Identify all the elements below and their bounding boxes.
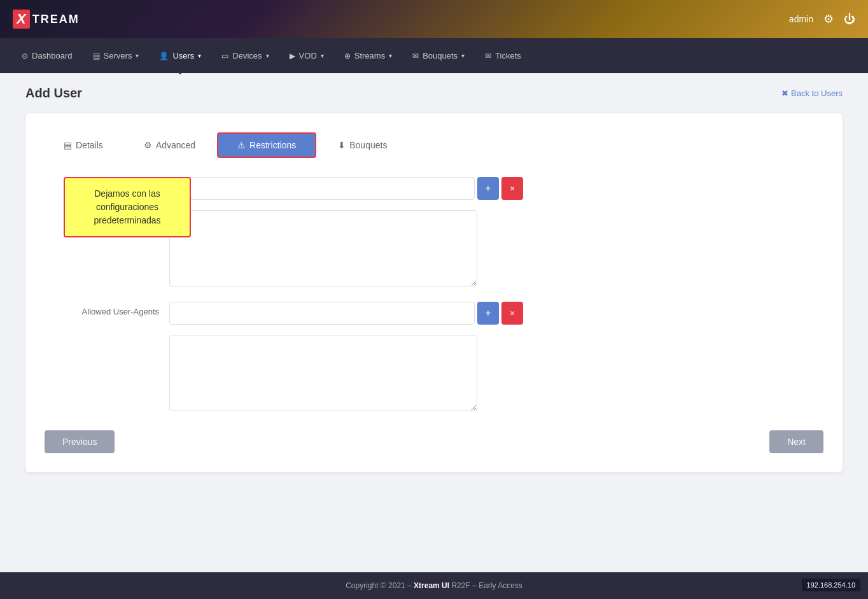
allowed-ua-input-row: Allowed User-Agents + × — [45, 302, 823, 325]
vod-icon: ▶ — [290, 52, 295, 60]
allowed-ip-input[interactable] — [169, 177, 475, 200]
nav-devices-label: Devices — [232, 51, 262, 60]
details-tab-icon: ▤ — [64, 140, 72, 150]
bouquets-tab-label: Bouquets — [349, 140, 387, 150]
nav-streams-label: Streams — [354, 51, 385, 60]
header: X TREAM admin ⚙ ⏻ — [0, 0, 868, 38]
admin-username: admin — [789, 14, 813, 24]
previous-button[interactable]: Previous — [45, 430, 115, 453]
allowed-ip-input-group: + × — [169, 177, 823, 200]
nav-bouquets[interactable]: ✉ Bouquets ▾ — [403, 46, 473, 66]
nav-tickets-label: Tickets — [495, 51, 521, 60]
servers-icon: ▤ — [93, 52, 100, 60]
advanced-tab-label: Advanced — [156, 140, 195, 150]
allowed-ua-spacer — [45, 335, 159, 340]
logo: X TREAM — [13, 10, 80, 29]
navbar: ⊙ Dashboard ▤ Servers ▾ 👤 Users ▾ ▭ Devi… — [0, 38, 868, 73]
logo-text: TREAM — [32, 13, 80, 26]
form-footer: Previous Next — [45, 430, 823, 453]
users-icon: 👤 — [159, 52, 169, 60]
page-header: Add User ✖ Back to Users — [25, 86, 843, 101]
nav-dashboard[interactable]: ⊙ Dashboard — [13, 46, 81, 66]
annotation-box: Dejamos con las configuraciones predeter… — [64, 177, 191, 237]
allowed-ua-input-group: + × — [169, 302, 823, 325]
restrictions-tab-label: Restrictions — [249, 140, 296, 150]
ip-badge: 192.168.254.10 — [802, 579, 860, 591]
tickets-icon: ✉ — [485, 52, 491, 60]
servers-arrow-icon: ▾ — [136, 52, 139, 59]
next-button[interactable]: Next — [769, 430, 823, 453]
tab-restrictions[interactable]: ⚠ Restrictions — [217, 132, 316, 158]
allowed-ip-textarea[interactable] — [169, 210, 477, 286]
advanced-tab-icon: ⚙ — [144, 140, 152, 150]
footer-version: R22F – Early Access — [451, 581, 522, 590]
form-content: Dejamos con las configuraciones predeter… — [45, 177, 823, 453]
back-icon: ✖ — [781, 88, 788, 98]
allowed-ua-add-button[interactable]: + — [477, 302, 499, 325]
nav-vod-label: VOD — [299, 51, 317, 60]
page-footer: Copyright © 2021 – Xtream UI R22F – Earl… — [0, 572, 868, 599]
nav-users-label: Users — [172, 51, 194, 60]
footer-brand: Xtream UI — [414, 581, 449, 590]
allowed-ua-textarea-row — [45, 335, 823, 411]
back-to-users-link[interactable]: ✖ Back to Users — [781, 88, 843, 98]
nav-vod[interactable]: ▶ VOD ▾ — [281, 46, 333, 66]
tabs-container: ▤ Details ⚙ Advanced ⚠ Restrictions ⬇ Bo… — [45, 132, 823, 158]
bouquets-arrow-icon: ▾ — [461, 52, 465, 59]
bouquets-icon: ✉ — [412, 52, 419, 60]
bouquets-tab-icon: ⬇ — [338, 140, 346, 150]
details-tab-label: Details — [76, 140, 103, 150]
nav-users[interactable]: 👤 Users ▾ — [150, 46, 210, 66]
footer-copyright: Copyright © 2021 – — [346, 581, 414, 590]
allowed-ua-label: Allowed User-Agents — [45, 302, 159, 316]
restrictions-tab-icon: ⚠ — [237, 140, 246, 150]
dashboard-icon: ⊙ — [22, 52, 28, 60]
nav-servers[interactable]: ▤ Servers ▾ — [84, 46, 148, 66]
tab-advanced[interactable]: ⚙ Advanced — [125, 132, 214, 158]
main-content: Add User ✖ Back to Users ▤ Details ⚙ Adv… — [0, 73, 868, 572]
tab-details[interactable]: ▤ Details — [45, 132, 122, 158]
header-right: admin ⚙ ⏻ — [789, 12, 855, 26]
allowed-ua-textarea[interactable] — [169, 335, 477, 411]
nav-dashboard-label: Dashboard — [32, 51, 73, 60]
page-title: Add User — [25, 86, 82, 101]
streams-arrow-icon: ▾ — [389, 52, 392, 59]
nav-tickets[interactable]: ✉ Tickets — [476, 46, 530, 66]
devices-arrow-icon: ▾ — [266, 52, 269, 59]
allowed-ip-add-button[interactable]: + — [477, 177, 499, 200]
logo-x-icon: X — [13, 10, 30, 29]
settings-icon[interactable]: ⚙ — [823, 12, 834, 26]
allowed-ua-remove-button[interactable]: × — [501, 302, 523, 325]
vod-arrow-icon: ▾ — [321, 52, 324, 59]
power-icon[interactable]: ⏻ — [844, 13, 855, 26]
devices-icon: ▭ — [221, 52, 228, 60]
nav-devices[interactable]: ▭ Devices ▾ — [213, 46, 277, 66]
form-card: ▤ Details ⚙ Advanced ⚠ Restrictions ⬇ Bo… — [25, 113, 843, 472]
nav-streams[interactable]: ⊕ Streams ▾ — [335, 46, 401, 66]
allowed-ip-remove-button[interactable]: × — [501, 177, 523, 200]
tab-bouquets[interactable]: ⬇ Bouquets — [319, 132, 406, 158]
nav-servers-label: Servers — [104, 51, 132, 60]
back-label: Back to Users — [791, 88, 843, 98]
streams-icon: ⊕ — [344, 52, 351, 60]
allowed-ua-input[interactable] — [169, 302, 475, 325]
annotation-text: Dejamos con las configuraciones predeter… — [94, 188, 160, 225]
allowed-ua-group: Allowed User-Agents + × — [45, 302, 823, 411]
users-arrow-icon: ▾ — [198, 52, 201, 59]
nav-bouquets-label: Bouquets — [423, 51, 458, 60]
